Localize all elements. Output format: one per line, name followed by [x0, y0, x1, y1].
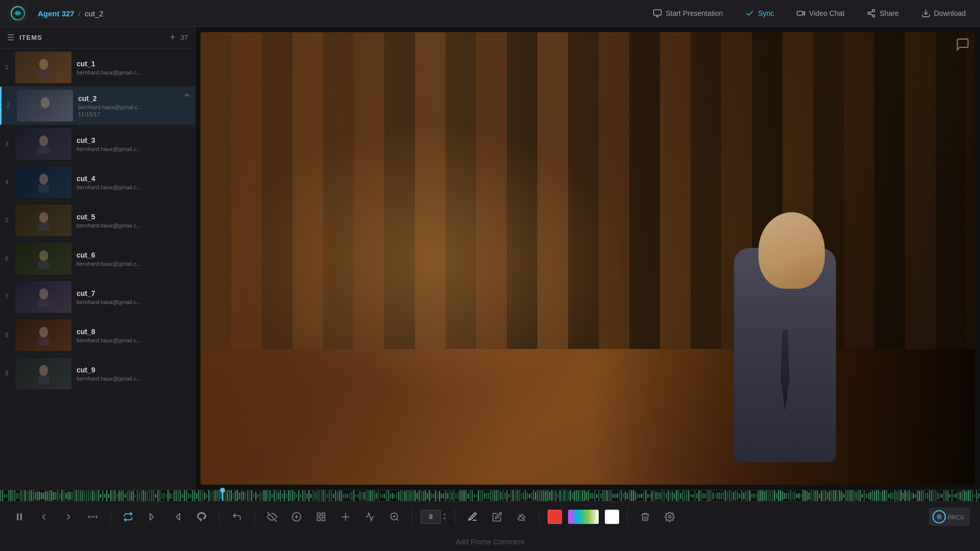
frame-number-up[interactable]: ▲: [443, 512, 447, 516]
edit-icon[interactable]: ✏: [185, 92, 190, 99]
svg-rect-197: [339, 490, 340, 501]
expand-button[interactable]: [84, 508, 102, 526]
sync-button[interactable]: Sync: [739, 6, 780, 21]
list-item[interactable]: 2 cut_2 bernhard.haux@gmail.c... 11/15/1…: [0, 87, 195, 125]
list-item[interactable]: 5 cut_5 bernhard.haux@gmail.c...: [0, 202, 195, 240]
svg-rect-32: [2, 490, 4, 501]
svg-rect-439: [833, 490, 835, 501]
color-red-button[interactable]: [548, 510, 562, 524]
svg-rect-155: [253, 493, 255, 498]
list-item[interactable]: 4 cut_4 bernhard.haux@gmail.c...: [0, 163, 195, 202]
share-button[interactable]: Share: [861, 6, 904, 21]
svg-rect-341: [633, 490, 634, 501]
svg-rect-373: [698, 490, 700, 501]
list-item[interactable]: 6 cut_6 bernhard.haux@gmail.c...: [0, 240, 195, 278]
next-frame-button[interactable]: [59, 508, 78, 526]
svg-rect-421: [796, 494, 798, 498]
item-date: 11/15/17: [78, 111, 190, 117]
svg-rect-498: [953, 494, 955, 497]
eraser-tool-button[interactable]: [512, 508, 531, 526]
mark-in-button[interactable]: [143, 508, 162, 526]
loop-button[interactable]: [119, 508, 137, 526]
waveform-track[interactable]: [0, 490, 980, 501]
svg-rect-201: [347, 494, 349, 498]
svg-rect-219: [384, 493, 385, 498]
svg-point-29: [39, 365, 47, 377]
svg-rect-329: [608, 490, 610, 501]
svg-rect-378: [708, 490, 710, 501]
svg-point-7: [873, 10, 875, 12]
zoom-button[interactable]: [385, 508, 404, 526]
undo-button[interactable]: [228, 508, 246, 526]
frame-number-input[interactable]: ▲ ▼: [421, 510, 447, 524]
item-name: cut_8: [77, 328, 190, 336]
menu-icon[interactable]: ☰: [7, 33, 14, 42]
add-item-button[interactable]: +: [170, 32, 176, 43]
pin-button[interactable]: [287, 508, 306, 526]
waveform-button[interactable]: [361, 508, 379, 526]
svg-rect-101: [143, 490, 144, 501]
separator-7: [627, 509, 628, 524]
svg-rect-441: [837, 490, 839, 501]
svg-rect-283: [514, 491, 516, 500]
svg-rect-428: [811, 490, 812, 501]
svg-rect-240: [427, 492, 428, 498]
char-head: [758, 212, 825, 289]
frame-number-down[interactable]: ▼: [443, 517, 447, 521]
svg-rect-319: [588, 490, 590, 501]
item-name: cut_9: [77, 366, 190, 374]
svg-rect-394: [741, 490, 743, 501]
video-frame[interactable]: [201, 32, 975, 485]
highlight-tool-button[interactable]: [488, 508, 506, 526]
svg-rect-33: [4, 494, 6, 497]
lasso-button[interactable]: [192, 508, 211, 526]
svg-rect-222: [390, 493, 391, 498]
svg-rect-81: [102, 490, 104, 501]
svg-rect-321: [592, 493, 594, 499]
start-presentation-button[interactable]: Start Presentation: [647, 6, 729, 21]
presentation-label: Start Presentation: [666, 9, 723, 17]
svg-rect-343: [637, 493, 639, 498]
list-item[interactable]: 1 cut_1 bernhard.haux@gmail.c...: [0, 48, 195, 87]
delete-button[interactable]: [636, 508, 654, 526]
svg-rect-34: [6, 494, 8, 498]
settings-button[interactable]: [660, 508, 679, 526]
svg-rect-45: [29, 490, 30, 501]
playhead[interactable]: [222, 490, 223, 501]
svg-rect-444: [843, 494, 845, 497]
svg-rect-91: [122, 490, 124, 501]
video-chat-button[interactable]: Video Chat: [790, 6, 850, 21]
grid-button[interactable]: [312, 508, 330, 526]
svg-point-19: [39, 174, 47, 185]
svg-rect-425: [804, 490, 806, 501]
app-logo[interactable]: [8, 4, 28, 23]
framing-button[interactable]: [336, 508, 355, 526]
mark-out-button[interactable]: [168, 508, 186, 526]
svg-rect-205: [355, 494, 357, 497]
list-item[interactable]: 7 cut_7 bernhard.haux@gmail.c...: [0, 278, 195, 316]
list-item[interactable]: 3 cut_3 bernhard.haux@gmail.c...: [0, 125, 195, 163]
color-white-button[interactable]: [605, 510, 619, 524]
item-thumbnail: [15, 281, 71, 313]
svg-rect-506: [970, 490, 971, 501]
hide-button[interactable]: [263, 508, 281, 526]
waveform-background: [0, 490, 980, 501]
svg-rect-427: [808, 492, 810, 499]
frame-comment-placeholder: Add Frame Comment: [456, 538, 524, 546]
list-item[interactable]: 8 cut_8 bernhard.haux@gmail.c...: [0, 316, 195, 355]
download-button[interactable]: Download: [915, 6, 972, 21]
svg-rect-120: [182, 493, 183, 497]
frame-number-arrows[interactable]: ▲ ▼: [443, 512, 447, 521]
svg-rect-94: [129, 490, 130, 501]
frame-number-field[interactable]: [421, 510, 441, 524]
chat-icon[interactable]: [955, 37, 970, 54]
pen-tool-button[interactable]: [463, 508, 482, 526]
prev-frame-button[interactable]: [35, 508, 53, 526]
breadcrumb-agent[interactable]: Agent 327: [38, 9, 75, 18]
list-item[interactable]: 9 cut_9 bernhard.haux@gmail.c...: [0, 355, 195, 393]
pause-button[interactable]: [10, 508, 29, 526]
svg-rect-107: [155, 494, 157, 498]
svg-rect-317: [584, 490, 585, 501]
color-multi-button[interactable]: [568, 510, 599, 524]
item-number: 7: [5, 293, 15, 300]
